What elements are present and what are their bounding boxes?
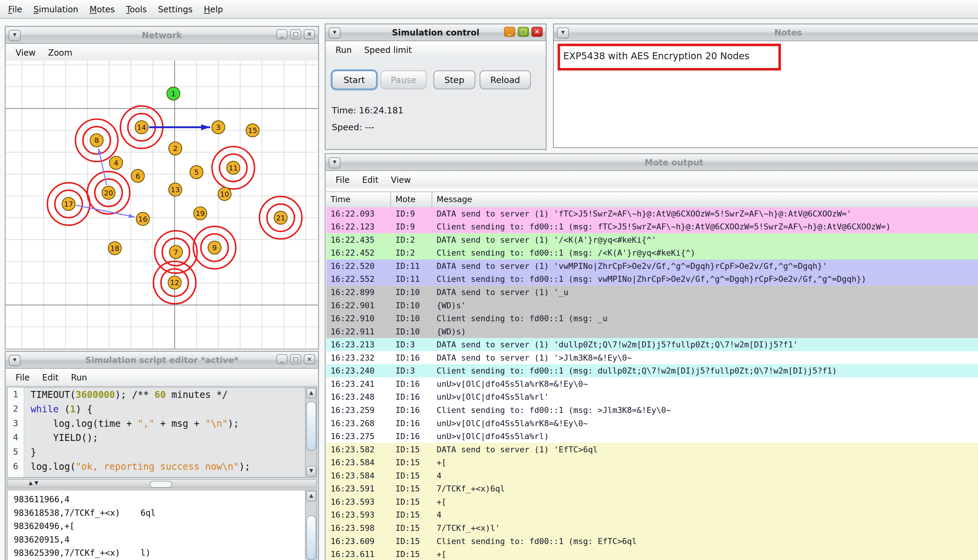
column-header-message[interactable]: Message — [432, 192, 978, 208]
menu-item-motes[interactable]: Motes — [84, 4, 120, 14]
editor-minimize-button[interactable]: _ — [277, 354, 288, 364]
mote-output-row[interactable]: 16:23.584ID:154 — [326, 469, 978, 482]
menu-item-help[interactable]: Help — [198, 4, 228, 14]
mote-output-row[interactable]: 16:23.582ID:15DATA send to server (1) 'E… — [326, 443, 978, 456]
mote-output-row[interactable]: 16:22.452ID:2Client sending to: fd00::1 … — [326, 246, 978, 260]
mote-output-row[interactable]: 16:23.240ID:3Client sending to: fd00::1 … — [326, 364, 978, 377]
scrollbar-thumb[interactable] — [306, 515, 316, 560]
notes-content[interactable]: EXP5438 with AES Encryption 20 Nodes — [554, 41, 978, 147]
start-button[interactable]: Start — [332, 70, 377, 89]
code-editor[interactable]: 123456 TIMEOUT(3600000); /** 60 minutes … — [7, 387, 317, 478]
mote-output-row[interactable]: 16:23.593ID:15+[ — [326, 495, 978, 508]
menu-item-edit[interactable]: Edit — [356, 175, 385, 184]
mote-output-row[interactable]: 16:22.899ID:10DATA send to server (1) '_… — [326, 286, 978, 299]
mote-output-row[interactable]: 16:23.593ID:154 — [326, 508, 978, 522]
simulation-control-titlebar[interactable]: ▼ Simulation control _ □ × — [326, 24, 546, 41]
menu-item-settings[interactable]: Settings — [152, 4, 198, 14]
network-menubar: ViewZoom — [6, 43, 318, 61]
cell-msg: +[ — [432, 456, 978, 469]
cell-mote: ID:2 — [391, 233, 432, 247]
mote-output-row[interactable]: 16:23.268ID:16unU>v[OlC|dfo4Ss5la%rK8=&!… — [326, 417, 978, 430]
editor-split-divider[interactable]: ▲▼ — [7, 479, 317, 488]
mote-output-row[interactable]: 16:22.123ID:9Client sending to: fd00::1 … — [326, 220, 978, 233]
mote-output-row[interactable]: 16:23.213ID:3DATA send to server (1) 'du… — [326, 338, 978, 351]
mote-output-row[interactable]: 16:23.241ID:16unU>v[OlC|dfo4Ss5la%rK8=&!… — [326, 377, 978, 391]
network-close-button[interactable]: × — [304, 29, 315, 39]
editor-maximize-button[interactable]: □ — [290, 354, 301, 364]
mote-output-row[interactable]: 16:22.435ID:2DATA send to server (1) '/<… — [326, 233, 978, 247]
mote-output-row[interactable]: 16:23.275ID:16unU>v[OlC|dfo4Ss5la%rl) — [326, 430, 978, 443]
mote-output-row[interactable]: 16:23.609ID:15Client sending to: fd00::1… — [326, 535, 978, 548]
cell-time: 16:23.275 — [326, 430, 391, 443]
mote-output-row[interactable]: 16:23.611ID:15+[ — [326, 548, 978, 560]
menu-item-simulation[interactable]: Simulation — [28, 4, 84, 14]
network-canvas[interactable]: 123456789101112131415161718192021 — [6, 60, 318, 348]
mote-output-row[interactable]: 16:22.911ID:10{WD)s) — [326, 325, 978, 338]
editor-scrollbar[interactable]: ▲ ▼ — [305, 387, 316, 477]
menu-item-file[interactable]: File — [329, 175, 356, 184]
notes-text[interactable]: EXP5438 with AES Encryption 20 Nodes — [563, 50, 750, 62]
simcontrol-close-button[interactable]: × — [531, 27, 543, 37]
mote-table-header[interactable]: Time Mote Message — [326, 192, 978, 208]
script-editor-titlebar[interactable]: ▼ Simulation script editor *active* _ □ … — [6, 352, 318, 369]
cell-mote: ID:11 — [391, 272, 432, 286]
code-line[interactable]: log.log("ok, reporting success now\n"); — [24, 460, 305, 474]
simulation-control-window: ▼ Simulation control _ □ × RunSpeed limi… — [325, 24, 546, 150]
column-header-time[interactable]: Time — [326, 192, 391, 208]
menu-item-view[interactable]: View — [385, 175, 417, 184]
cell-time: 16:23.259 — [326, 403, 391, 417]
pause-button[interactable]: Pause — [380, 70, 427, 89]
editor-close-button[interactable]: × — [304, 354, 315, 364]
simcontrol-maximize-button[interactable]: □ — [518, 27, 529, 37]
cell-time: 16:23.248 — [326, 390, 391, 403]
menu-item-edit[interactable]: Edit — [36, 372, 65, 382]
mote-output-row[interactable]: 16:23.584ID:15+[ — [326, 456, 978, 469]
step-button[interactable]: Step — [433, 70, 475, 89]
mote-output-row[interactable]: 16:23.232ID:16DATA send to server (1) '>… — [326, 351, 978, 365]
menu-item-run[interactable]: Run — [65, 372, 93, 382]
code-line[interactable]: log.log(time + "," + msg + "\n"); — [24, 417, 305, 431]
network-titlebar[interactable]: ▼ Network _ □ × — [6, 27, 318, 43]
radio-link-arrow — [76, 205, 135, 217]
mote-output-row[interactable]: 16:23.248ID:16unU>v[OlC|dfo4Ss5la%rl' — [326, 390, 978, 403]
divider-grip[interactable] — [150, 481, 172, 488]
mote-output-titlebar[interactable]: ▼ Mote output — [326, 154, 978, 171]
cell-time: 16:22.910 — [326, 312, 391, 325]
menu-item-run[interactable]: Run — [329, 45, 358, 55]
mote-output-row[interactable]: 16:23.591ID:157/TCKf_+<x)6ql — [326, 482, 978, 495]
mote-output-row[interactable]: 16:23.598ID:157/TCKf_+<x)l' — [326, 522, 978, 535]
cell-msg: Client sending to: fd00::1 (msg: EfTC>6q… — [432, 535, 978, 548]
code-line[interactable]: } — [24, 445, 305, 460]
cell-time: 16:23.240 — [326, 364, 391, 377]
mote-output-row[interactable]: 16:22.552ID:11Client sending to: fd00::1… — [326, 272, 978, 286]
code-line[interactable]: while (1) { — [24, 402, 305, 417]
menu-item-zoom[interactable]: Zoom — [42, 47, 78, 57]
code-line[interactable]: TIMEOUT(3600000); /** 60 minutes */ — [24, 388, 305, 402]
notes-titlebar[interactable]: ▼ Notes — [554, 24, 978, 41]
mote-output-row[interactable]: 16:22.901ID:10{WD)s' — [326, 298, 978, 312]
menu-item-file[interactable]: File — [9, 372, 36, 382]
scroll-up-icon[interactable]: ▲ — [306, 491, 316, 502]
network-minimize-button[interactable]: _ — [277, 29, 288, 39]
menu-item-view[interactable]: View — [9, 47, 42, 57]
code-area[interactable]: TIMEOUT(3600000); /** 60 minutes */while… — [24, 387, 305, 477]
column-header-mote[interactable]: Mote — [391, 192, 432, 208]
mote-output-row[interactable]: 16:22.520ID:11DATA send to server (1) 'v… — [326, 260, 978, 273]
scrollbar-thumb[interactable] — [306, 401, 316, 451]
mote-node-label: 6 — [136, 172, 140, 180]
mote-node-label: 3 — [216, 123, 220, 132]
mote-output-row[interactable]: 16:22.093ID:9DATA send to server (1) 'fT… — [326, 207, 978, 220]
mote-output-row[interactable]: 16:22.910ID:10Client sending to: fd00::1… — [326, 312, 978, 325]
reload-button[interactable]: Reload — [480, 70, 531, 89]
scroll-up-icon[interactable]: ▲ — [306, 388, 316, 398]
log-scrollbar[interactable]: ▲ — [305, 490, 316, 560]
menu-item-file[interactable]: File — [2, 4, 28, 14]
scroll-down-icon[interactable]: ▼ — [306, 466, 316, 477]
menu-item-tools[interactable]: Tools — [120, 4, 152, 14]
divider-arrows-icon[interactable]: ▲▼ — [28, 480, 40, 486]
menu-item-speed-limit[interactable]: Speed limit — [358, 45, 418, 55]
network-maximize-button[interactable]: □ — [290, 29, 301, 39]
simcontrol-minimize-button[interactable]: _ — [504, 27, 515, 37]
mote-output-row[interactable]: 16:23.259ID:16Client sending to: fd00::1… — [326, 403, 978, 417]
code-line[interactable]: YIELD(); — [24, 431, 305, 445]
